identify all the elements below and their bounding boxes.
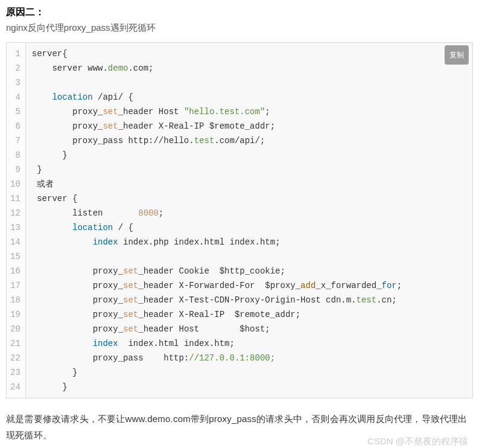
line-number: 19 bbox=[10, 307, 21, 322]
code-line: } bbox=[32, 365, 466, 380]
line-number: 18 bbox=[10, 293, 21, 307]
code-line: } bbox=[32, 162, 466, 177]
section-subtext: nginx反向代理proxy_pass遇到死循环 bbox=[6, 22, 473, 34]
line-number: 24 bbox=[10, 380, 21, 394]
code-line: proxy_set_header X-Forwarded-For $proxy_… bbox=[32, 278, 466, 293]
line-number: 22 bbox=[10, 351, 21, 365]
code-line: proxy_set_header X-Real-IP $remote_addr; bbox=[32, 119, 466, 133]
line-number: 10 bbox=[10, 177, 21, 191]
line-number: 21 bbox=[10, 336, 21, 351]
line-number: 11 bbox=[10, 191, 21, 206]
code-line: proxy_set_header Host $host; bbox=[32, 322, 466, 336]
code-line: location /api/ { bbox=[32, 90, 466, 104]
line-number: 13 bbox=[10, 220, 21, 235]
code-line: server{ bbox=[32, 46, 466, 61]
line-number: 12 bbox=[10, 206, 21, 220]
watermark-text: CSDN @不熬夜的程序猿 bbox=[6, 436, 473, 447]
line-number: 2 bbox=[10, 61, 21, 75]
code-line: proxy_pass http://127.0.0.1:8000; bbox=[32, 351, 466, 365]
code-line: proxy_set_header Host "hello.test.com"; bbox=[32, 104, 466, 119]
code-line: server www.demo.com; bbox=[32, 61, 466, 75]
copy-button[interactable]: 复制 bbox=[445, 45, 469, 65]
line-number: 5 bbox=[10, 104, 21, 119]
code-line bbox=[32, 75, 466, 90]
line-number: 9 bbox=[10, 162, 21, 177]
code-line: proxy_set_header X-Real-IP $remote_addr; bbox=[32, 307, 466, 322]
line-number: 20 bbox=[10, 322, 21, 336]
line-number: 16 bbox=[10, 264, 21, 278]
section-heading: 原因二： bbox=[6, 6, 473, 19]
code-line bbox=[32, 249, 466, 264]
code-line: index index.php index.html index.htm; bbox=[32, 235, 466, 249]
code-line: } bbox=[32, 380, 466, 394]
line-number: 23 bbox=[10, 365, 21, 380]
code-line: location / { bbox=[32, 220, 466, 235]
line-number: 4 bbox=[10, 90, 21, 104]
line-number: 8 bbox=[10, 148, 21, 162]
line-number: 1 bbox=[10, 46, 21, 61]
code-line: listen 8000; bbox=[32, 206, 466, 220]
line-number: 15 bbox=[10, 249, 21, 264]
code-line: server { bbox=[32, 191, 466, 206]
code-line: proxy_set_header X-Test-CDN-Proxy-Origin… bbox=[32, 293, 466, 307]
line-number: 17 bbox=[10, 278, 21, 293]
line-number: 14 bbox=[10, 235, 21, 249]
line-number: 3 bbox=[10, 75, 21, 90]
code-line: 或者 bbox=[32, 177, 466, 191]
code-gutter: 123456789101112131415161718192021222324 bbox=[7, 43, 26, 398]
code-line: index index.html index.htm; bbox=[32, 336, 466, 351]
line-number: 7 bbox=[10, 133, 21, 148]
code-line: proxy_set_header Cookie $http_cookie; bbox=[32, 264, 466, 278]
line-number: 6 bbox=[10, 119, 21, 133]
code-content: server{ server www.demo.com; location /a… bbox=[26, 43, 472, 398]
code-line: } bbox=[32, 148, 466, 162]
code-line: proxy_pass http://hello.test.com/api/; bbox=[32, 133, 466, 148]
code-block: 复制 1234567891011121314151617181920212223… bbox=[6, 42, 473, 398]
